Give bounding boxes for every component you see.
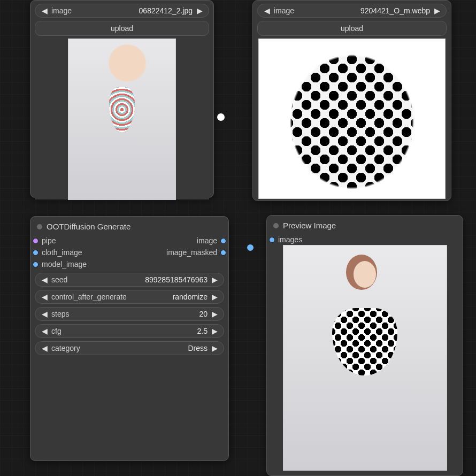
prev-arrow[interactable]: ◀ [262, 6, 272, 15]
port-label: image [197, 236, 217, 245]
port-label: cloth_image [42, 248, 82, 257]
node-title-text: Preview Image [283, 221, 336, 230]
param-label: control_after_generate [49, 293, 173, 301]
next-arrow[interactable]: ▶ [432, 6, 442, 15]
image-filename-field[interactable]: ◀ image 9204421_O_m.webp ▶ [257, 4, 447, 18]
param-label: seed [49, 275, 145, 284]
field-value: 9204421_O_m.webp [360, 6, 432, 15]
input-port-images[interactable]: images [267, 235, 304, 244]
output-port-image[interactable]: image [164, 236, 228, 245]
port-label: image_masked [166, 248, 217, 257]
cloth-image-placeholder [261, 41, 443, 196]
next-arrow[interactable]: ▶ [210, 344, 219, 352]
param-value: randomize [173, 293, 210, 301]
param-value: Dress [188, 344, 210, 352]
upload-button[interactable]: upload [257, 21, 447, 36]
prev-arrow[interactable]: ◀ [40, 310, 49, 318]
node-ootdiffusion-generate[interactable]: OOTDiffusion Generate pipe cloth_image m… [30, 216, 229, 461]
input-port-pipe[interactable]: pipe [30, 236, 89, 245]
input-port-cloth-image[interactable]: cloth_image [30, 248, 89, 257]
param-value: 20 [199, 310, 210, 318]
port-socket[interactable] [269, 237, 275, 243]
param-value: 899285185476963 [145, 275, 210, 284]
port-socket[interactable] [220, 238, 226, 244]
node-title[interactable]: OOTDiffusion Generate [35, 220, 224, 235]
port-label: pipe [42, 236, 56, 245]
result-image-placeholder [283, 245, 447, 470]
next-arrow[interactable]: ▶ [195, 6, 204, 15]
field-label: image [49, 6, 139, 15]
param-category[interactable]: ◀ category Dress ▶ [35, 341, 224, 355]
next-arrow[interactable]: ▶ [210, 275, 219, 284]
param-steps[interactable]: ◀ steps 20 ▶ [35, 307, 224, 321]
collapse-dot-icon[interactable] [273, 223, 279, 228]
image-filename-field[interactable]: ◀ image 06822412_2.jpg ▶ [35, 4, 209, 18]
edge-reroute-dot[interactable] [247, 244, 254, 251]
prev-arrow[interactable]: ◀ [40, 275, 49, 284]
edge-reroute-dot[interactable] [217, 113, 225, 121]
prev-arrow[interactable]: ◀ [40, 293, 49, 301]
field-label: image [272, 6, 360, 15]
port-socket[interactable] [33, 262, 39, 267]
param-seed[interactable]: ◀ seed 899285185476963 ▶ [35, 273, 224, 287]
param-label: category [49, 344, 188, 352]
preview-image-area [271, 245, 458, 470]
field-value: 06822412_2.jpg [139, 6, 195, 15]
input-port-model-image[interactable]: model_image [30, 260, 89, 268]
port-socket[interactable] [220, 250, 226, 256]
param-cfg[interactable]: ◀ cfg 2.5 ▶ [35, 324, 224, 338]
port-label: model_image [42, 260, 87, 268]
node-title[interactable]: Preview Image [271, 219, 458, 234]
param-label: cfg [49, 327, 197, 335]
port-label: images [278, 235, 302, 244]
prev-arrow[interactable]: ◀ [40, 6, 49, 15]
port-socket[interactable] [33, 250, 39, 256]
node-load-cloth-image[interactable]: ◀ image 9204421_O_m.webp ▶ upload [252, 0, 451, 201]
param-control-after-generate[interactable]: ◀ control_after_generate randomize ▶ [35, 290, 224, 304]
model-image-placeholder [68, 39, 175, 199]
param-label: steps [49, 310, 199, 318]
image-preview [257, 39, 447, 198]
image-preview [35, 39, 209, 199]
next-arrow[interactable]: ▶ [210, 293, 219, 301]
upload-button[interactable]: upload [35, 21, 209, 36]
prev-arrow[interactable]: ◀ [40, 327, 49, 335]
output-port-image-masked[interactable]: image_masked [164, 248, 228, 257]
node-preview-image[interactable]: Preview Image images [266, 215, 463, 476]
next-arrow[interactable]: ▶ [210, 327, 219, 335]
collapse-dot-icon[interactable] [37, 224, 42, 229]
param-value: 2.5 [197, 327, 210, 335]
prev-arrow[interactable]: ◀ [40, 344, 49, 352]
next-arrow[interactable]: ▶ [210, 310, 219, 318]
port-socket[interactable] [33, 238, 39, 244]
node-title-text: OOTDiffusion Generate [47, 222, 130, 231]
node-load-model-image[interactable]: ◀ image 06822412_2.jpg ▶ upload [30, 0, 214, 198]
